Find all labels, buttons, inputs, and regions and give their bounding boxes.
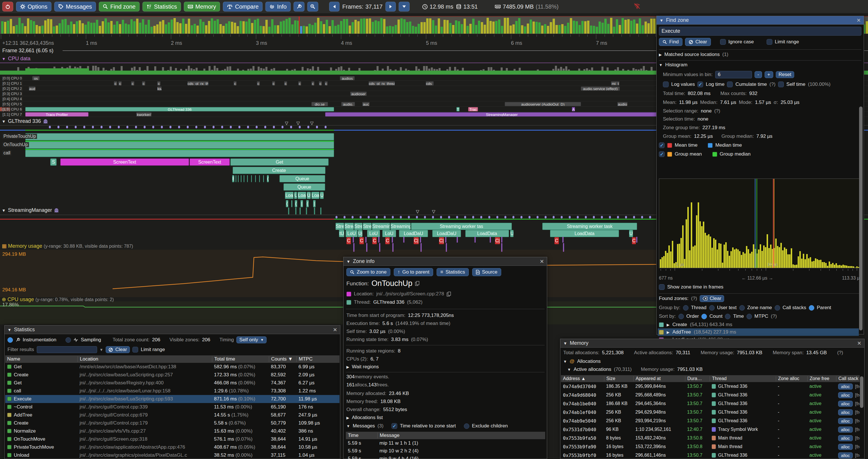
column-header[interactable]: MTPC — [297, 356, 340, 362]
table-row[interactable]: PrivateTouchMovejni/../jni/src/claw/appl… — [5, 443, 340, 451]
memory-titlebar[interactable]: ▼Memory ✕ — [560, 339, 864, 348]
frame-bar[interactable] — [866, 21, 868, 34]
go-to-parent-button[interactable]: ↑Go to parent — [394, 268, 433, 276]
exclude-children-checkbox[interactable] — [464, 423, 469, 429]
radio-count[interactable] — [702, 314, 707, 319]
bin-plus-button[interactable]: + — [765, 71, 773, 78]
table-row[interactable]: 5.59 smip 11 w 1 h 1 (1) — [346, 439, 545, 447]
limit-range-checkbox[interactable] — [132, 347, 138, 353]
found-zone-row[interactable]: ▶AddTree(18,542) 227.19 ms — [658, 328, 859, 336]
column-header[interactable]: Size — [604, 376, 633, 381]
funnel-icon[interactable]: ▼ — [100, 348, 103, 352]
alloc-button[interactable]: alloc — [838, 427, 853, 433]
find-zone-titlebar[interactable]: ▼Find zone ✕ — [657, 16, 864, 25]
copy-icon[interactable] — [415, 281, 420, 286]
table-row[interactable]: 0x7531d7b04096 KB1:10 234,952,16112:40.7… — [561, 425, 860, 434]
radio-user-text[interactable] — [709, 305, 715, 310]
column-header[interactable]: Total time — [212, 356, 269, 362]
column-header[interactable]: Location — [78, 356, 212, 362]
allocations-list-expander[interactable]: ▶Allocations list — [346, 415, 383, 421]
find-zone-query-input[interactable] — [659, 27, 861, 36]
expand-icon[interactable]: ▶ — [666, 330, 670, 334]
cumulate-time-checkbox[interactable] — [727, 81, 733, 87]
wait-regions-expander[interactable]: ▶Wait regions — [346, 364, 379, 370]
radio-thread[interactable] — [683, 305, 688, 310]
reset-button[interactable]: Reset — [776, 71, 794, 78]
table-row[interactable]: Executejni/../jni/src/claw/base/LuaScrip… — [5, 395, 340, 403]
free-link[interactable]: [free] — [855, 453, 860, 458]
clear-button[interactable]: Clear — [685, 38, 711, 46]
radio-time[interactable] — [725, 314, 731, 319]
found-zone-row[interactable]: ▶Create(54,131) 643.34 ms — [658, 321, 859, 328]
matched-locations-expander[interactable]: ▶ Matched source locations(1) — [659, 52, 728, 57]
alloc-button[interactable]: alloc — [838, 384, 853, 390]
find-button[interactable]: Find — [659, 38, 682, 46]
find-zone-histogram[interactable]: 1 µs10 µs — [659, 178, 862, 268]
table-row[interactable]: 0x74ab1be040186.68 KB294,645,364ns13:50.… — [561, 399, 860, 408]
free-link[interactable]: [free] — [855, 419, 860, 423]
timing-dropdown[interactable]: Self only ▼ — [237, 336, 267, 343]
time-legend-checkbox[interactable] — [659, 142, 664, 148]
statistics-titlebar[interactable]: ▼Statistics ✕ — [5, 326, 340, 334]
column-header[interactable]: Message — [377, 433, 545, 438]
table-row[interactable]: Getjni/../jni/src/claw/base/Registry.hpp… — [5, 379, 340, 387]
column-header[interactable]: Thread — [710, 376, 776, 381]
radio-call-stacks[interactable] — [775, 305, 780, 310]
alloc-button[interactable]: alloc — [838, 452, 853, 458]
table-row[interactable]: Normalizejni/../jni/src/claw/vfs/Vfs.cpp… — [5, 427, 340, 435]
alloc-button[interactable]: alloc — [838, 435, 853, 441]
find-zone-scrollbar[interactable] — [859, 106, 863, 330]
table-row[interactable]: 0x74ab1ef040256 KB294,629,948ns13:50.7GL… — [561, 408, 860, 417]
memory-scrollbar[interactable] — [860, 376, 863, 408]
active-allocations-expander[interactable]: ▼ Active allocations(70,311) Memory usag… — [567, 367, 703, 372]
free-link[interactable]: [free] — [855, 436, 860, 440]
instrumentation-radio[interactable] — [7, 337, 13, 343]
close-icon[interactable]: ✕ — [540, 258, 544, 265]
column-header[interactable]: Time — [346, 433, 377, 438]
column-header[interactable]: Counts ▼ — [269, 356, 297, 362]
zoom-to-zone-button[interactable]: Zoom to zone — [346, 268, 390, 276]
table-row[interactable]: 0x74ab9e5040256 KB293,994,219ns13:50.7GL… — [561, 417, 860, 425]
radio-mtpc[interactable] — [746, 314, 752, 319]
column-header[interactable]: Zone free — [807, 376, 836, 381]
min-bin-input[interactable] — [715, 71, 752, 78]
self-time-checkbox[interactable] — [778, 81, 784, 87]
table-row[interactable]: Createjni/../jni/src/guif/Control.cpp:17… — [5, 419, 340, 427]
table-row[interactable]: 0x7553b9fa508 bytes153,492,240ns13:50.8M… — [561, 434, 860, 442]
clear-found-button[interactable]: Clear — [700, 295, 724, 302]
column-header[interactable]: Zone alloc — [776, 376, 807, 381]
table-row[interactable]: 0x74a9d68040256 KB295,668,489ns13:50.7GL… — [561, 391, 860, 399]
allocations-expander[interactable]: ▼ @ Allocations — [563, 359, 600, 364]
radio-parent[interactable] — [809, 305, 814, 310]
radio-zone-name[interactable] — [739, 305, 745, 310]
table-row[interactable]: ~Controljni/../jni/src/guif/Control.cpp:… — [5, 403, 340, 411]
copy-icon[interactable] — [447, 292, 451, 297]
zone-statistics-button[interactable]: ≡Statistics — [437, 268, 469, 276]
radio-order[interactable] — [678, 314, 684, 319]
ignore-case-checkbox[interactable] — [720, 39, 726, 45]
table-row[interactable]: Get/mnt/e/claw/src/claw/base/AssetDict.h… — [5, 363, 340, 371]
table-row[interactable]: Createjni/../jni/src/claw/base/LuaScript… — [5, 371, 340, 379]
alloc-button[interactable]: alloc — [838, 392, 853, 398]
table-row[interactable]: 0x74a9d37040186.35 KB295,999,844ns13:50.… — [561, 382, 860, 391]
table-row[interactable]: 0x7553b9fa9016 bytes153,722,396ns13:50.8… — [561, 442, 860, 451]
free-link[interactable]: [free] — [855, 384, 860, 389]
free-link[interactable]: [free] — [855, 445, 860, 449]
histogram-expander[interactable]: ▼Histogram — [659, 62, 687, 68]
filter-input[interactable] — [37, 346, 97, 353]
bin-minus-button[interactable]: - — [754, 71, 762, 78]
group-legend-checkbox[interactable] — [659, 151, 664, 157]
table-row[interactable]: 5.59 smip 10 w 2 h 2 (4) — [346, 447, 545, 455]
table-row[interactable]: Unloadjni/../jni/src/claw/graphics/pixel… — [5, 451, 340, 459]
expand-icon[interactable]: ▶ — [666, 323, 670, 327]
log-values-checkbox[interactable] — [663, 81, 669, 87]
alloc-button[interactable]: alloc — [838, 418, 853, 424]
column-header[interactable]: Dura… — [685, 376, 710, 381]
show-zone-time-checkbox[interactable] — [659, 284, 664, 290]
log-time-checkbox[interactable] — [698, 81, 703, 87]
free-link[interactable]: [free] — [855, 427, 860, 432]
table-row[interactable]: calljni/../jni/../../../src/claw/base/Lu… — [5, 387, 340, 395]
table-row[interactable]: 0x7553b9fbf016 bytes296,661,146ns13:50.7… — [561, 451, 860, 459]
sampling-radio[interactable] — [65, 337, 71, 343]
source-button[interactable]: Source — [472, 268, 501, 276]
